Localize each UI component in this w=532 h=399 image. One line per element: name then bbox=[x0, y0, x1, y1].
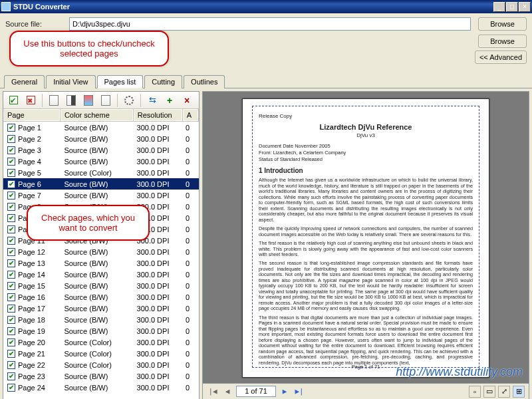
row-checkbox[interactable]: ✔ bbox=[7, 293, 15, 301]
pages-list[interactable]: ✔Page 1Source (B/W)300.0 DPI0✔Page 2Sour… bbox=[3, 122, 199, 399]
table-row[interactable]: ✔Page 3Source (B/W)300.0 DPI0 bbox=[3, 144, 199, 156]
table-row[interactable]: ✔Page 21Source (Color)300.0 DPI0 bbox=[3, 348, 199, 359]
nav-page-info[interactable]: 1 of 71 bbox=[236, 386, 276, 397]
row-checkbox[interactable]: ✔ bbox=[7, 135, 15, 143]
row-a: 0 bbox=[182, 259, 199, 267]
zoom-button-3[interactable]: ⤢ bbox=[498, 386, 510, 398]
nav-next-button[interactable]: ▶ bbox=[279, 386, 291, 398]
table-row[interactable]: ✔Page 6Source (B/W)300.0 DPI0 bbox=[3, 178, 199, 190]
table-row[interactable]: ✔Page 4Source (B/W)300.0 DPI0 bbox=[3, 156, 199, 167]
zoom-button-1[interactable]: ▫ bbox=[469, 386, 481, 398]
doc-para: Although the Internet has given us a wor… bbox=[259, 178, 473, 223]
remove-button[interactable]: × bbox=[180, 93, 194, 108]
row-page-name: Page 12 bbox=[18, 248, 45, 256]
row-checkbox[interactable]: ✔ bbox=[7, 305, 15, 313]
row-checkbox[interactable]: ✔ bbox=[7, 372, 15, 380]
table-row[interactable]: ✔Page 1Source (B/W)300.0 DPI0 bbox=[3, 122, 199, 133]
row-checkbox[interactable]: ✔ bbox=[7, 203, 15, 211]
table-row[interactable]: ✔Page 5Source (Color)300.0 DPI0 bbox=[3, 167, 199, 178]
table-row[interactable]: ✔Page 12Source (B/W)300.0 DPI0 bbox=[3, 246, 199, 257]
row-resolution: 300.0 DPI bbox=[133, 180, 182, 188]
row-checkbox[interactable]: ✔ bbox=[7, 361, 15, 369]
doc-section: 1 Introduction bbox=[259, 167, 473, 175]
settings-button[interactable] bbox=[122, 93, 136, 108]
row-scheme: Source (B/W) bbox=[60, 372, 132, 380]
row-checkbox[interactable]: ✔ bbox=[7, 192, 15, 200]
row-resolution: 300.0 DPI bbox=[133, 293, 182, 301]
page-bw-button[interactable] bbox=[47, 93, 61, 108]
page-color-button[interactable] bbox=[81, 93, 96, 108]
table-row[interactable]: ✔Page 14Source (B/W)300.0 DPI0 bbox=[3, 269, 199, 280]
source-file-input[interactable]: D:\djvu3spec.djvu bbox=[69, 17, 471, 31]
tab-cutting[interactable]: Cutting bbox=[144, 75, 182, 88]
window-minimize-button[interactable]: _ bbox=[493, 2, 505, 12]
table-row[interactable]: ✔Page 7Source (B/W)300.0 DPI0 bbox=[3, 190, 199, 201]
col-header-a[interactable]: A bbox=[183, 109, 199, 121]
table-row[interactable]: ✔Page 20Source (Color)300.0 DPI0 bbox=[3, 336, 199, 348]
add-button[interactable]: + bbox=[162, 93, 177, 108]
row-resolution: 300.0 DPI bbox=[133, 384, 182, 392]
row-checkbox[interactable]: ✔ bbox=[7, 327, 15, 335]
browse-source-button[interactable]: Browse bbox=[478, 17, 527, 31]
browse-dest-button[interactable]: Browse bbox=[478, 35, 527, 48]
row-resolution: 300.0 DPI bbox=[133, 135, 182, 143]
nav-last-button[interactable]: ▶| bbox=[293, 386, 305, 398]
table-row[interactable]: ✔Page 22Source (Color)300.0 DPI0 bbox=[3, 359, 199, 370]
row-checkbox[interactable]: ✔ bbox=[7, 316, 15, 324]
row-scheme: Source (B/W) bbox=[60, 282, 132, 290]
table-row[interactable]: ✔Page 19Source (B/W)300.0 DPI0 bbox=[3, 325, 199, 336]
preview-panel: Release Copy Lizardtech DjVu Reference D… bbox=[202, 91, 529, 399]
table-row[interactable]: ✔Page 23Source (B/W)300.0 DPI0 bbox=[3, 370, 199, 382]
row-a: 0 bbox=[182, 180, 199, 188]
col-header-resolution[interactable]: Resolution bbox=[134, 109, 183, 121]
row-checkbox[interactable]: ✔ bbox=[7, 146, 15, 154]
row-a: 0 bbox=[182, 372, 199, 380]
tab-pages-list[interactable]: Pages list bbox=[97, 75, 144, 88]
row-page-name: Page 19 bbox=[18, 327, 45, 335]
row-checkbox[interactable]: ✔ bbox=[7, 180, 15, 188]
row-a: 0 bbox=[182, 203, 199, 211]
row-page-name: Page 5 bbox=[18, 169, 41, 177]
row-checkbox[interactable]: ✔ bbox=[7, 248, 15, 256]
advanced-toggle-button[interactable]: << Advanced bbox=[475, 51, 527, 64]
row-checkbox[interactable]: ✔ bbox=[7, 237, 15, 245]
zoom-button-2[interactable]: ▭ bbox=[483, 386, 495, 398]
window-maximize-button[interactable]: □ bbox=[506, 2, 518, 12]
zoom-grid-button[interactable]: ⊞ bbox=[513, 386, 525, 398]
row-checkbox[interactable]: ✔ bbox=[7, 158, 15, 166]
uncheck-all-button[interactable] bbox=[23, 93, 38, 108]
table-row[interactable]: ✔Page 18Source (B/W)300.0 DPI0 bbox=[3, 314, 199, 325]
col-header-scheme[interactable]: Color scheme bbox=[61, 109, 134, 121]
row-checkbox[interactable]: ✔ bbox=[7, 169, 15, 177]
row-checkbox[interactable]: ✔ bbox=[7, 338, 15, 346]
table-row[interactable]: ✔Page 13Source (B/W)300.0 DPI0 bbox=[3, 257, 199, 269]
nav-prev-button[interactable]: ◀ bbox=[221, 386, 233, 398]
table-row[interactable]: ✔Page 16Source (B/W)300.0 DPI0 bbox=[3, 291, 199, 303]
row-checkbox[interactable]: ✔ bbox=[7, 259, 15, 267]
gear-icon bbox=[124, 96, 134, 105]
row-checkbox[interactable]: ✔ bbox=[7, 271, 15, 279]
tab-outlines[interactable]: Outlines bbox=[184, 75, 225, 88]
table-row[interactable]: ✔Page 17Source (B/W)300.0 DPI0 bbox=[3, 303, 199, 314]
row-checkbox[interactable]: ✔ bbox=[7, 225, 15, 233]
row-checkbox[interactable]: ✔ bbox=[7, 384, 15, 392]
preview-viewport[interactable]: Release Copy Lizardtech DjVu Reference D… bbox=[203, 92, 529, 383]
table-row[interactable]: ✔Page 24Source (B/W)300.0 DPI0 bbox=[3, 382, 199, 393]
nav-first-button[interactable]: |◀ bbox=[207, 386, 219, 398]
row-scheme: Source (B/W) bbox=[60, 327, 132, 335]
col-header-page[interactable]: Page bbox=[3, 109, 61, 121]
row-checkbox[interactable]: ✔ bbox=[7, 124, 15, 132]
page-half-button[interactable] bbox=[64, 93, 78, 108]
row-a: 0 bbox=[182, 338, 199, 346]
row-a: 0 bbox=[182, 192, 199, 200]
page-settings-button[interactable] bbox=[98, 93, 113, 108]
table-row[interactable]: ✔Page 15Source (B/W)300.0 DPI0 bbox=[3, 280, 199, 291]
row-checkbox[interactable]: ✔ bbox=[7, 350, 15, 358]
table-row[interactable]: ✔Page 2Source (B/W)300.0 DPI0 bbox=[3, 133, 199, 144]
tab-initial-view[interactable]: Initial View bbox=[46, 75, 95, 88]
window-close-button[interactable]: × bbox=[519, 2, 531, 12]
row-checkbox[interactable]: ✔ bbox=[7, 282, 15, 290]
row-checkbox[interactable]: ✔ bbox=[7, 214, 15, 222]
swap-button[interactable] bbox=[145, 93, 160, 108]
row-page-name: Page 17 bbox=[18, 305, 45, 313]
